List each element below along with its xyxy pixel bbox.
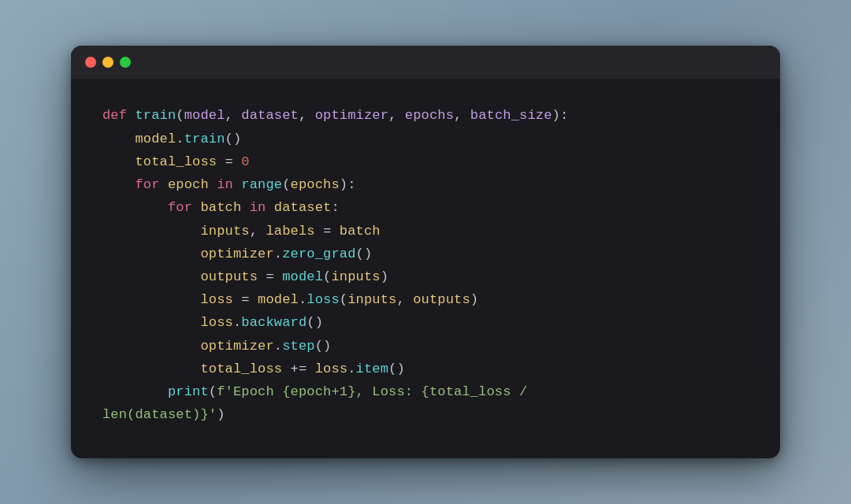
code-line-10: loss.backward() bbox=[102, 311, 749, 334]
code-line-12: total_loss += loss.item() bbox=[102, 358, 749, 380]
code-line-3: total_loss = 0 bbox=[102, 150, 749, 173]
maximize-button[interactable] bbox=[120, 57, 131, 68]
code-line-7: optimizer.zero_grad() bbox=[102, 243, 749, 265]
code-line-4: for epoch in range(epochs): bbox=[102, 173, 749, 196]
minimize-button[interactable] bbox=[102, 57, 113, 68]
code-editor: def train(model, dataset, optimizer, epo… bbox=[71, 79, 780, 458]
code-line-13: print(f'Epoch {epoch+1}, Loss: {total_lo… bbox=[102, 380, 749, 403]
code-line-6: inputs, labels = batch bbox=[102, 220, 749, 243]
code-line-9: loss = model.loss(inputs, outputs) bbox=[102, 288, 749, 311]
code-line-5: for batch in dataset: bbox=[102, 196, 749, 219]
code-line-14: len(dataset)}') bbox=[102, 403, 749, 426]
titlebar bbox=[71, 46, 780, 79]
code-line-8: outputs = model(inputs) bbox=[102, 265, 749, 288]
code-window: def train(model, dataset, optimizer, epo… bbox=[71, 46, 780, 458]
code-line-11: optimizer.step() bbox=[102, 335, 749, 358]
code-line-1: def train(model, dataset, optimizer, epo… bbox=[102, 104, 749, 127]
code-line-2: model.train() bbox=[102, 128, 749, 150]
close-button[interactable] bbox=[85, 57, 96, 68]
